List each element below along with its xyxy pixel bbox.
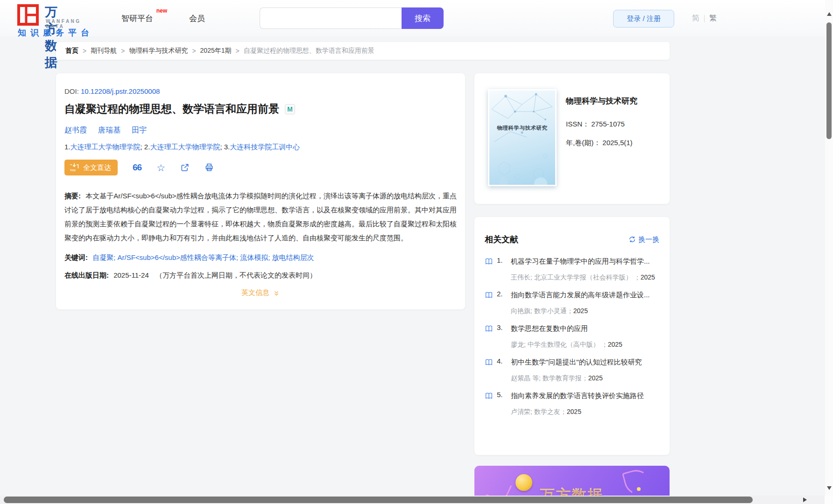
journal-issn-row: ISSN： 2755-1075 (566, 120, 625, 129)
abstract-block: 摘要: 本文基于Ar/SF<sub>6</sub>感性耦合放电流体力学模拟随时间… (64, 189, 457, 245)
horizontal-scrollbar (0, 496, 825, 504)
related-item: 5.指向素养发展的数学语言转换评价实施路径卢清荣; 数学之友；2025 (485, 391, 659, 418)
related-item-title[interactable]: 指向素养发展的数学语言转换评价实施路径 (511, 391, 659, 401)
journal-volume-row: 年,卷(期)： 2025,5(1) (566, 139, 633, 147)
pubdate-value: 2025-11-24 (113, 271, 149, 279)
journal-cover-title: 物理科学与技术研究 (489, 125, 555, 132)
book-icon (485, 258, 494, 267)
lang-simplified[interactable]: 简 (687, 14, 704, 23)
volume-value: 2025,5(1) (602, 139, 632, 147)
volume-label: 年,卷(期)： (566, 139, 600, 147)
scrollbar-corner (825, 496, 833, 504)
related-item-title[interactable]: 机器学习在量子物理学中的应用与科学哲学... (511, 256, 659, 266)
english-info-toggle[interactable]: 英文信息 (64, 288, 457, 297)
breadcrumb-item[interactable]: 2025年1期 (200, 47, 232, 55)
breadcrumb-item: 自凝聚过程的物理思想、数学语言和应用前景 (244, 47, 374, 55)
related-item-title[interactable]: 初中生数学"问题提出"的认知过程比较研究 (511, 357, 659, 367)
journal-name[interactable]: 物理科学与技术研究 (566, 96, 637, 106)
affiliations-row: 1.大连理工大学物理学院; 2.大连理工大学物理学院; 3.大连科技学院工训中心 (64, 143, 457, 152)
related-item: 1.机器学习在量子物理学中的应用与科学哲学...王伟长; 北京工业大学学报（社会… (485, 256, 659, 283)
affiliation-number: 2. (144, 143, 150, 151)
article-actions: free 全文直达 66 ☆ (64, 159, 457, 176)
search-input[interactable] (260, 7, 402, 29)
related-docs-card: 相关文献 换一换 1.机器学习在量子物理学中的应用与科学哲学...王伟长; 北京… (474, 217, 670, 455)
scroll-right-arrow[interactable] (803, 497, 807, 502)
issn-value: 2755-1075 (591, 120, 625, 128)
share-icon[interactable] (180, 163, 190, 172)
scroll-up-arrow[interactable] (827, 12, 832, 16)
fulltext-button[interactable]: free 全文直达 (64, 160, 118, 175)
related-item-source: 赵紫晶 等; 数学教育学报； (511, 374, 588, 382)
pubdate-note: （万方平台首次上网日期，不代表论文的发表时间） (155, 271, 317, 279)
refresh-icon (628, 236, 636, 243)
related-item-meta: 廖龙; 中学生数理化（高中版） ；2025 (511, 338, 659, 350)
related-item-title[interactable]: 指向数学语言能力发展的高年级讲题作业设... (511, 290, 659, 300)
journal-cover-art: 物理科学与技术研究 (489, 91, 555, 185)
article-detail-card: DOI: 10.12208/j.pstr.20250008 自凝聚过程的物理思想… (56, 73, 465, 309)
keywords-row: 关键词: 自凝聚; Ar/SF<sub>6</sub>感性耦合等离子体; 流体模… (64, 252, 457, 264)
related-item-source: 廖龙; 中学生数理化（高中版） ； (511, 341, 608, 348)
related-item-year: 2025 (573, 307, 588, 315)
brand-tagline: 知识服务平台 (18, 27, 93, 38)
pubdate-row: 在线出版日期: 2025-11-24 （万方平台首次上网日期，不代表论文的发表时… (64, 271, 457, 280)
related-item-number: 1. (497, 256, 511, 264)
related-item: 3.数学思想在复数中的应用廖龙; 中学生数理化（高中版） ；2025 (485, 323, 659, 350)
search-button[interactable]: 搜索 (402, 7, 444, 29)
breadcrumb-item[interactable]: 首页 (65, 47, 78, 55)
login-register-button[interactable]: 登录 / 注册 (613, 10, 674, 28)
related-item-number: 2. (497, 290, 511, 298)
related-item-source: 王伟长; 北京工业大学学报（社会科学版） ； (511, 273, 641, 281)
horizontal-scroll-thumb[interactable] (4, 497, 753, 503)
affiliation-link[interactable]: 大连科技学院工训中心 (230, 143, 300, 151)
related-item-meta: 王伟长; 北京工业大学学报（社会科学版） ；2025 (511, 271, 659, 283)
keyword-link[interactable]: 自凝聚 (92, 253, 113, 261)
author-link[interactable]: 赵书霞 (64, 126, 87, 135)
related-item-meta: 卢清荣; 数学之友；2025 (511, 406, 659, 418)
related-item-number: 5. (497, 391, 511, 399)
related-item-title[interactable]: 数学思想在复数中的应用 (511, 323, 659, 334)
related-item-number: 4. (497, 357, 511, 365)
breadcrumb-separator: > (236, 47, 240, 55)
related-item-source: 卢清荣; 数学之友； (511, 408, 567, 415)
pubdate-label: 在线出版日期: (64, 271, 109, 279)
related-item-meta: 赵紫晶 等; 数学教育学报；2025 (511, 372, 659, 384)
doi-link[interactable]: 10.12208/j.pstr.20250008 (81, 87, 160, 95)
related-item-body: 数学思想在复数中的应用廖龙; 中学生数理化（高中版） ；2025 (511, 323, 659, 350)
keyword-link[interactable]: Ar/SF<sub>6</sub>感性耦合等离子体 (118, 253, 236, 261)
search-bar: 搜索 (260, 7, 444, 29)
keyword-link[interactable]: 放电结构层次 (272, 253, 314, 261)
breadcrumb: 首页>期刊导航>物理科学与技术研究>2025年1期>自凝聚过程的物理思想、数学语… (56, 42, 670, 60)
affiliation-link[interactable]: 大连理工大学物理学院 (150, 143, 220, 151)
title-row: 自凝聚过程的物理思想、数学语言和应用前景 M (64, 102, 457, 116)
wanfang-logo-icon (17, 4, 39, 26)
print-icon[interactable] (205, 163, 214, 172)
keyword-link[interactable]: 流体模拟 (240, 253, 268, 261)
scroll-down-arrow[interactable] (827, 486, 832, 490)
journal-card: 物理科学与技术研究 物理科学与技术研究 ISSN： 2755-1075 年,卷(… (474, 73, 670, 204)
author-link[interactable]: 田宇 (132, 126, 147, 135)
related-item-body: 指向数学语言能力发展的高年级讲题作业设...向艳旗; 数学小灵通；2025 (511, 290, 659, 317)
author-link[interactable]: 唐瑞基 (98, 126, 120, 135)
journal-cover[interactable]: 物理科学与技术研究 (488, 89, 557, 186)
related-item: 4.初中生数学"问题提出"的认知过程比较研究赵紫晶 等; 数学教育学报；2025 (485, 357, 659, 384)
lang-traditional[interactable]: 繁 (705, 14, 721, 23)
related-item-year: 2025 (641, 273, 655, 281)
keyword-separator: ; (236, 253, 240, 261)
affiliation-link[interactable]: 大连理工大学物理学院 (71, 143, 141, 151)
refresh-related-button[interactable]: 换一换 (628, 235, 659, 244)
free-download-icon: free (69, 162, 79, 173)
vertical-scroll-thumb[interactable] (826, 22, 832, 139)
affiliation-separator: ; (141, 143, 144, 151)
affiliation-number: 1. (64, 143, 71, 151)
quote-icon[interactable]: 66 (133, 162, 141, 173)
svg-text:free: free (71, 168, 76, 172)
star-icon[interactable]: ☆ (156, 163, 165, 173)
breadcrumb-separator: > (121, 47, 125, 55)
nav-item-member[interactable]: 会员 (189, 13, 205, 24)
related-list: 1.机器学习在量子物理学中的应用与科学哲学...王伟长; 北京工业大学学报（社会… (485, 256, 659, 418)
breadcrumb-item[interactable]: 物理科学与技术研究 (129, 47, 188, 55)
m-badge-icon[interactable]: M (285, 104, 295, 114)
related-item: 2.指向数学语言能力发展的高年级讲题作业设...向艳旗; 数学小灵通；2025 (485, 290, 659, 317)
nav-item-zhiyan[interactable]: 智研平台 new (121, 13, 153, 24)
breadcrumb-item[interactable]: 期刊导航 (91, 47, 117, 55)
